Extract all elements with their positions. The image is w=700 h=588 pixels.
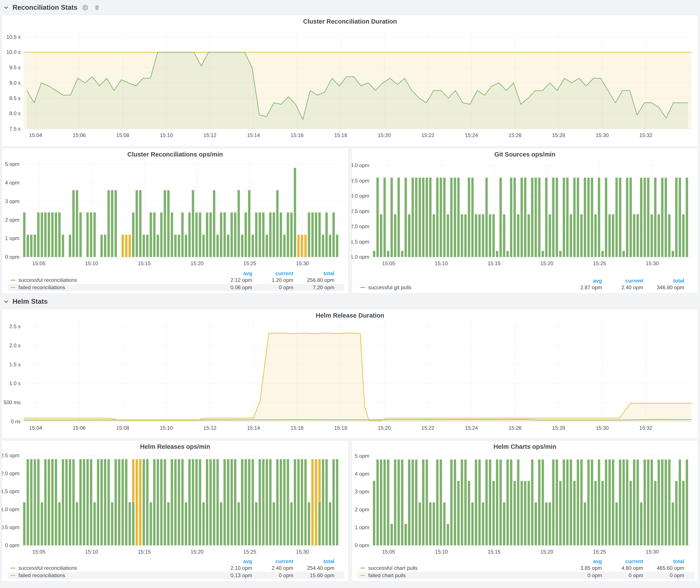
svg-text:15:10: 15:10 [85, 260, 98, 266]
svg-text:15:16: 15:16 [291, 132, 304, 138]
svg-text:15:05: 15:05 [32, 549, 45, 555]
legend-sort-total[interactable]: total [293, 270, 334, 276]
svg-text:15:15: 15:15 [138, 260, 151, 266]
legend-sort-avg[interactable]: avg [561, 278, 602, 284]
legend-sort-total[interactable]: total [293, 558, 334, 564]
svg-text:15:10: 15:10 [160, 132, 173, 138]
section-title[interactable]: Helm Stats [13, 298, 48, 305]
legend-sort-current[interactable]: current [252, 270, 293, 276]
svg-text:15:30: 15:30 [646, 549, 659, 555]
legend-sort-avg[interactable]: avg [211, 270, 252, 276]
svg-text:15:24: 15:24 [465, 425, 478, 431]
svg-text:15:12: 15:12 [203, 425, 216, 431]
svg-text:1 opm: 1 opm [355, 524, 369, 530]
svg-text:15:16: 15:16 [291, 425, 304, 431]
bar-chart-helm-releases[interactable]: 15:0515:1015:1515:2015:2515:300 opm0.5 o… [2, 450, 348, 559]
svg-text:15:25: 15:25 [593, 260, 606, 266]
svg-text:15:20: 15:20 [540, 260, 553, 266]
svg-text:7.5 s: 7.5 s [9, 126, 21, 132]
legend-row[interactable]: failed chart pulls0 opm0 opm0 opm [358, 572, 694, 579]
line-chart-cluster-reconciliation-duration[interactable]: 15:0415:0615:0815:1015:1215:1415:1615:18… [2, 25, 698, 146]
panel-title[interactable]: Helm Releases ops/min [2, 441, 348, 450]
svg-text:15:15: 15:15 [488, 260, 501, 266]
svg-text:3.5 opm: 3.5 opm [352, 178, 369, 184]
svg-text:15:15: 15:15 [488, 549, 501, 555]
svg-text:15:30: 15:30 [596, 132, 609, 138]
panel-title[interactable]: Cluster Reconciliations ops/min [2, 148, 348, 157]
series-color-dash-icon [11, 568, 15, 569]
panel-title[interactable]: Cluster Reconciliation Duration [2, 15, 698, 25]
svg-text:15:05: 15:05 [32, 260, 45, 266]
legend-row[interactable]: failed reconciliations0.13 opm0 opm15.60… [8, 572, 344, 579]
legend-sort-total[interactable]: total [643, 278, 684, 284]
svg-text:15:32: 15:32 [639, 425, 652, 431]
panel-title[interactable]: Git Sources ops/min [352, 148, 698, 157]
legend-sort-current[interactable]: current [602, 278, 643, 284]
svg-text:15:04: 15:04 [29, 425, 42, 431]
section-header-reconciliation-stats: Reconciliation Stats [2, 2, 698, 15]
svg-text:2 opm: 2 opm [355, 507, 369, 512]
bar-chart-git-sources[interactable]: 15:0515:1015:1515:2015:2515:301.0 opm1.5… [352, 157, 698, 271]
svg-text:1.5 s: 1.5 s [9, 362, 21, 367]
svg-text:2.0 opm: 2.0 opm [352, 223, 369, 229]
legend-header-row: avgcurrenttotal [358, 558, 694, 564]
panel-title[interactable]: Helm Release Duration [2, 309, 698, 319]
svg-text:10.0 s: 10.0 s [6, 49, 21, 55]
chevron-down-icon[interactable] [3, 5, 9, 10]
series-color-dash-icon [11, 280, 15, 281]
chevron-down-icon[interactable] [3, 299, 9, 304]
svg-text:3 opm: 3 opm [5, 198, 19, 204]
svg-text:8.0 s: 8.0 s [9, 110, 21, 116]
svg-text:15:26: 15:26 [508, 425, 521, 431]
section-header-helm-stats: Helm Stats [2, 296, 698, 309]
svg-text:15:05: 15:05 [382, 549, 395, 555]
svg-text:2.0 s: 2.0 s [9, 342, 21, 348]
svg-text:15:10: 15:10 [160, 425, 173, 431]
svg-text:15:30: 15:30 [646, 260, 659, 266]
svg-text:3 opm: 3 opm [355, 489, 369, 494]
legend-sort-avg[interactable]: avg [561, 558, 602, 564]
svg-text:4 opm: 4 opm [355, 471, 369, 477]
svg-text:2 opm: 2 opm [5, 217, 19, 223]
trash-icon[interactable] [93, 4, 101, 11]
svg-text:1.5 opm: 1.5 opm [2, 488, 19, 494]
section-title[interactable]: Reconciliation Stats [13, 4, 77, 11]
legend-sort-total[interactable]: total [643, 558, 684, 564]
svg-text:1 opm: 1 opm [5, 235, 19, 241]
legend-sort-current[interactable]: current [252, 558, 293, 564]
panel-git-sources-opm: Git Sources ops/min 15:0515:1015:1515:20… [352, 148, 698, 294]
legend-row[interactable]: successful reconciliations2.12 opm1.20 o… [8, 276, 344, 284]
legend: avgcurrenttotalsuccessful git pulls2.87 … [358, 278, 694, 291]
legend-row[interactable]: successful chart pulls3.85 opm4.80 opm46… [358, 564, 694, 572]
svg-text:2.5 s: 2.5 s [9, 323, 21, 329]
legend-header-row: avgcurrenttotal [8, 270, 344, 276]
svg-text:15:32: 15:32 [639, 132, 652, 138]
legend-sort-current[interactable]: current [602, 558, 643, 564]
gear-icon[interactable] [81, 4, 89, 11]
svg-text:0 opm: 0 opm [5, 254, 19, 260]
bar-chart-helm-charts[interactable]: 15:0515:1015:1515:2015:2515:300 opm1 opm… [352, 450, 698, 559]
svg-text:15:26: 15:26 [508, 132, 521, 138]
legend-row[interactable]: successful git pulls2.87 opm2.40 opm346.… [358, 284, 694, 291]
panel-cluster-reconciliations-opm: Cluster Reconciliations ops/min 15:0515:… [2, 148, 348, 294]
svg-text:15:20: 15:20 [378, 132, 391, 138]
svg-text:15:28: 15:28 [552, 132, 565, 138]
legend: avgcurrenttotalsuccessful reconciliation… [8, 270, 344, 291]
legend-row[interactable]: successful reconciliations2.10 opm2.40 o… [8, 564, 344, 572]
svg-text:15:20: 15:20 [190, 260, 203, 266]
svg-text:15:28: 15:28 [552, 425, 565, 431]
legend: avgcurrenttotalsuccessful reconciliation… [8, 558, 344, 579]
svg-text:15:22: 15:22 [421, 132, 434, 138]
svg-text:2.5 opm: 2.5 opm [2, 452, 19, 458]
panel-title[interactable]: Helm Charts ops/min [352, 441, 698, 450]
series-color-dash-icon [360, 568, 365, 569]
panel-cluster-reconciliation-duration: Cluster Reconciliation Duration 15:0415:… [2, 15, 698, 146]
bar-chart-cluster-reconciliations[interactable]: 15:0515:1015:1515:2015:2515:300 opm1 opm… [2, 157, 348, 271]
legend-row[interactable]: failed reconciliations0.06 opm0 opm7.20 … [8, 284, 344, 291]
svg-text:15:30: 15:30 [296, 549, 309, 555]
svg-text:1.0 opm: 1.0 opm [352, 254, 369, 260]
svg-text:15:25: 15:25 [243, 549, 256, 555]
svg-text:5 opm: 5 opm [5, 161, 19, 167]
line-chart-helm-release-duration[interactable]: 15:0415:0615:0815:1015:1215:1415:1615:18… [2, 319, 698, 438]
legend-sort-avg[interactable]: avg [211, 558, 252, 564]
